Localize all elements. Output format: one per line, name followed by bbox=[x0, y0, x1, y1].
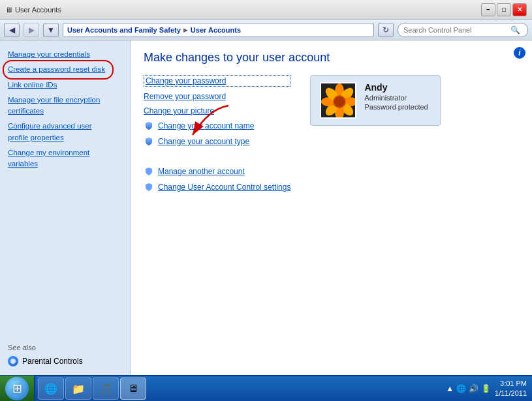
explorer-icon: 📁 bbox=[71, 381, 86, 396]
section-divider bbox=[144, 152, 290, 161]
action-change-name[interactable]: Change your account name bbox=[158, 121, 254, 130]
parental-icon bbox=[8, 356, 18, 366]
path-separator: ▶ bbox=[183, 27, 188, 33]
recent-button[interactable]: ▼ bbox=[43, 23, 59, 37]
tray-battery[interactable]: 🔋 bbox=[481, 384, 491, 393]
minimize-button[interactable]: − bbox=[481, 3, 495, 16]
maximize-button[interactable]: □ bbox=[497, 3, 511, 16]
start-orb: ⊞ bbox=[5, 377, 29, 400]
tray-volume[interactable]: 🔊 bbox=[469, 384, 478, 393]
action-change-uac-row: Change User Account Control settings bbox=[144, 182, 290, 192]
page-title: Make changes to your user account bbox=[144, 51, 519, 65]
search-input[interactable] bbox=[403, 26, 508, 34]
address-bar: ◀ ▶ ▼ User Accounts and Family Safety ▶ … bbox=[0, 20, 532, 40]
action-change-picture[interactable]: Change your picture bbox=[144, 106, 290, 115]
action-remove-password[interactable]: Remove your password bbox=[144, 92, 290, 101]
action-change-type-row: Change your account type bbox=[144, 136, 290, 147]
actions-list: Change your password Remove your passwor… bbox=[144, 75, 290, 192]
title-bar-left: 🖥 User Accounts bbox=[5, 6, 61, 14]
content-body: Change your password Remove your passwor… bbox=[144, 75, 519, 192]
tray-arrow[interactable]: ▲ bbox=[446, 384, 454, 393]
sidebar-item-create-password-reset[interactable]: Create a password reset disk bbox=[0, 62, 130, 77]
user-role: Administrator bbox=[364, 94, 428, 102]
clock-date: 1/11/2011 bbox=[495, 389, 527, 398]
info-button[interactable]: i bbox=[514, 47, 525, 59]
sidebar-item-manage-encryption[interactable]: Manage your file encryptioncertificates bbox=[0, 93, 130, 119]
taskbar-ie[interactable]: 🌐 bbox=[38, 378, 64, 400]
sidebar-item-link-online-ids[interactable]: Link online IDs bbox=[0, 78, 130, 93]
svg-point-0 bbox=[10, 359, 16, 364]
close-button[interactable]: ✕ bbox=[512, 3, 527, 16]
taskbar-items: 🌐 📁 🎵 🖥 bbox=[35, 378, 441, 400]
sidebar-item-manage-credentials[interactable]: Manage your credentials bbox=[0, 47, 130, 62]
forward-button[interactable]: ▶ bbox=[23, 23, 39, 37]
parental-controls-label: Parental Controls bbox=[22, 357, 83, 366]
sidebar: Manage your credentials Create a passwor… bbox=[0, 40, 131, 375]
taskbar-explorer[interactable]: 📁 bbox=[65, 378, 91, 400]
search-icon[interactable]: 🔍 bbox=[510, 25, 520, 35]
window-icon: 🖥 bbox=[5, 6, 12, 14]
address-path[interactable]: User Accounts and Family Safety ▶ User A… bbox=[63, 23, 374, 37]
see-also-label: See also bbox=[0, 338, 130, 354]
action-change-uac[interactable]: Change User Account Control settings bbox=[158, 183, 290, 192]
refresh-button[interactable]: ↻ bbox=[378, 23, 394, 37]
title-bar: 🖥 User Accounts − □ ✕ bbox=[0, 0, 532, 20]
taskbar-right: ▲ 🌐 🔊 🔋 3:01 PM 1/11/2011 bbox=[441, 379, 532, 399]
user-name: Andy bbox=[364, 82, 428, 93]
action-manage-another[interactable]: Manage another account bbox=[158, 167, 245, 176]
clock: 3:01 PM 1/11/2011 bbox=[495, 379, 527, 399]
search-box[interactable]: 🔍 bbox=[398, 23, 528, 37]
sidebar-item-configure-profile[interactable]: Configure advanced userprofile propertie… bbox=[0, 119, 130, 145]
clock-time: 3:01 PM bbox=[495, 379, 527, 389]
ie-icon: 🌐 bbox=[44, 381, 58, 396]
path-segment-2: User Accounts bbox=[191, 26, 241, 34]
back-button[interactable]: ◀ bbox=[4, 23, 20, 37]
user-avatar bbox=[320, 82, 356, 119]
title-bar-controls: − □ ✕ bbox=[481, 3, 527, 16]
main-area: Manage your credentials Create a passwor… bbox=[0, 40, 532, 375]
media-icon: 🎵 bbox=[99, 381, 113, 396]
action-change-password[interactable]: Change your password bbox=[144, 75, 290, 87]
tray-network[interactable]: 🌐 bbox=[456, 384, 466, 393]
action-manage-another-row: Manage another account bbox=[144, 166, 290, 177]
start-button[interactable]: ⊞ bbox=[0, 376, 35, 401]
user-card: Andy Administrator Password protected bbox=[310, 75, 441, 126]
taskbar-control-panel[interactable]: 🖥 bbox=[120, 378, 146, 400]
action-change-type[interactable]: Change your account type bbox=[158, 137, 249, 146]
path-segment-1: User Accounts and Family Safety bbox=[67, 26, 181, 34]
windows-logo: ⊞ bbox=[12, 381, 22, 396]
content-area: i Make changes to your user account Chan… bbox=[131, 40, 532, 375]
svg-point-11 bbox=[334, 97, 345, 107]
shield-icon-manage bbox=[144, 166, 154, 177]
circle-annotation bbox=[3, 60, 114, 80]
system-tray: ▲ 🌐 🔊 🔋 bbox=[446, 384, 491, 393]
taskbar-media[interactable]: 🎵 bbox=[93, 378, 119, 400]
control-panel-icon: 🖥 bbox=[126, 381, 140, 396]
taskbar: ⊞ 🌐 📁 🎵 🖥 ▲ 🌐 🔊 🔋 3:01 PM 1/11/2011 bbox=[0, 375, 532, 401]
shield-icon-type bbox=[144, 136, 154, 147]
shield-icon-name bbox=[144, 121, 154, 131]
sidebar-item-change-environment[interactable]: Change my environmentvariables bbox=[0, 145, 130, 172]
window-title: User Accounts bbox=[15, 6, 61, 14]
action-change-name-row: Change your account name bbox=[144, 121, 290, 131]
user-info: Andy Administrator Password protected bbox=[364, 82, 428, 111]
user-status: Password protected bbox=[364, 103, 428, 111]
shield-icon-uac bbox=[144, 182, 154, 192]
sidebar-item-parental-controls[interactable]: Parental Controls bbox=[0, 354, 130, 368]
